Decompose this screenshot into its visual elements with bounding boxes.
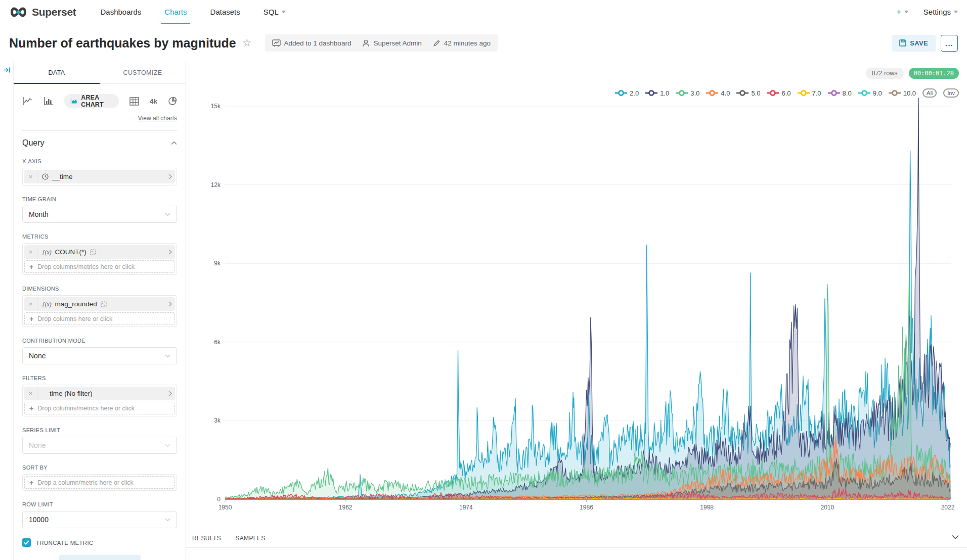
legend-item-7.0[interactable]: 7.0 [798, 89, 821, 97]
nav-datasets[interactable]: Datasets [210, 0, 240, 24]
clock-icon [42, 173, 49, 180]
truncate-metric-label: TRUNCATE METRIC [36, 540, 94, 546]
legend-marker-icon [676, 90, 688, 96]
legend-item-6.0[interactable]: 6.0 [767, 89, 790, 97]
superset-logo[interactable]: Superset [9, 5, 76, 19]
chevron-up-icon[interactable] [171, 141, 177, 145]
view-all-charts-link[interactable]: View all charts [138, 115, 177, 122]
tab-data[interactable]: DATA [14, 62, 100, 83]
chevron-right-icon [167, 391, 175, 396]
update-chart-button[interactable]: UPDATE CHART [59, 555, 141, 560]
contribution-mode-label: CONTRIBUTION MODE [22, 338, 177, 344]
row-limit-select[interactable]: 10000 [22, 511, 177, 528]
chart-container: 872 rows 00:00:01.28 2.0 1.0 3.0 4.0 5.0… [186, 62, 967, 560]
plus-icon: + [29, 263, 33, 271]
top-navbar: Superset Dashboards Charts Datasets SQL … [0, 0, 967, 24]
dashboard-icon [272, 39, 281, 47]
save-button[interactable]: SAVE [892, 35, 936, 52]
legend-marker-icon [858, 90, 870, 96]
chevron-down-icon [165, 444, 170, 447]
time-grain-label: TIME GRAIN [22, 196, 177, 202]
svg-text:3k: 3k [214, 417, 221, 424]
legend-item-5.0[interactable]: 5.0 [736, 89, 760, 97]
owner-meta[interactable]: Superset Admin [362, 39, 421, 47]
svg-text:2022: 2022 [941, 504, 955, 511]
remove-icon[interactable]: × [24, 245, 37, 259]
bar-chart-icon[interactable] [43, 97, 54, 106]
dimensions-dropzone[interactable]: +Drop columns here or click [24, 312, 175, 325]
chevron-down-icon [904, 11, 908, 13]
legend-item-3.0[interactable]: 3.0 [676, 89, 699, 97]
pie-chart-icon[interactable] [168, 97, 177, 106]
legend-item-2.0[interactable]: 2.0 [615, 89, 639, 97]
remove-icon[interactable]: × [24, 170, 37, 183]
sort-by-dropzone[interactable]: +Drop a column/metric here or click [24, 476, 175, 489]
more-options-button[interactable]: ... [941, 35, 958, 52]
svg-text:6k: 6k [214, 339, 221, 346]
area-chart-selected[interactable]: AREA CHART [64, 94, 119, 108]
plus-icon: + [29, 315, 33, 323]
svg-text:1986: 1986 [580, 504, 593, 511]
tab-results[interactable]: RESULTS [192, 535, 221, 542]
collapse-results-icon[interactable] [952, 532, 959, 541]
user-icon [362, 39, 370, 47]
plus-icon: + [29, 404, 33, 412]
nav-charts[interactable]: Charts [164, 0, 187, 24]
function-icon: ƒ(x) [42, 301, 52, 307]
chart-header: Number of earthquakes by magnitude ☆ Add… [0, 24, 967, 62]
series-limit-select[interactable]: None [22, 437, 177, 454]
legend-item-10.0[interactable]: 10.0 [889, 89, 916, 97]
last-modified-meta[interactable]: 42 minutes ago [433, 39, 491, 47]
new-item-button[interactable]: + [896, 7, 908, 18]
table-chart-icon[interactable] [129, 97, 139, 106]
legend-item-8.0[interactable]: 8.0 [828, 89, 852, 97]
svg-text:9k: 9k [214, 260, 221, 267]
chevron-down-icon [165, 518, 170, 522]
big-number-chart-icon[interactable]: 4k [150, 98, 157, 105]
plus-icon: + [29, 479, 33, 487]
panel-collapse-strip [0, 62, 14, 560]
tab-samples[interactable]: SAMPLES [235, 535, 266, 542]
chart-type-selector: AREA CHART 4k [22, 94, 177, 108]
checkbox-checked-icon[interactable] [22, 538, 31, 547]
svg-text:0: 0 [217, 496, 221, 503]
legend-select-all[interactable]: All [922, 88, 937, 98]
filters-dropzone[interactable]: +Drop columns/metrics here or click [24, 402, 175, 414]
page-title: Number of earthquakes by magnitude [9, 36, 236, 51]
legend-item-1.0[interactable]: 1.0 [645, 89, 669, 97]
metrics-control: × ƒ(x)COUNT(*) +Drop columns/metrics her… [22, 243, 177, 275]
query-timer-badge: 00:00:01.28 [909, 68, 959, 79]
nav-dashboards[interactable]: Dashboards [100, 0, 141, 24]
line-chart-icon[interactable] [22, 97, 33, 106]
divider [186, 547, 967, 548]
contribution-mode-select[interactable]: None [22, 347, 177, 364]
dimension-pill[interactable]: × ƒ(x)mag_rounded [24, 297, 175, 311]
sort-by-control: +Drop a column/metric here or click [22, 474, 177, 491]
filters-label: FILTERS [22, 375, 177, 381]
nav-sql[interactable]: SQL [263, 0, 286, 24]
chevron-right-icon [167, 174, 175, 179]
chart-legend: 2.0 1.0 3.0 4.0 5.0 6.0 7.0 8.0 9.0 10 [615, 88, 959, 98]
legend-invert-selection[interactable]: Inv [943, 88, 959, 98]
favorite-star-icon[interactable]: ☆ [242, 37, 252, 49]
remove-icon[interactable]: × [24, 297, 37, 311]
tab-customize[interactable]: CUSTOMIZE [100, 62, 186, 83]
time-grain-select[interactable]: Month [22, 206, 177, 223]
legend-item-4.0[interactable]: 4.0 [706, 89, 730, 97]
legend-item-9.0[interactable]: 9.0 [858, 89, 882, 97]
xaxis-pill[interactable]: × __time [24, 170, 175, 183]
metrics-dropzone[interactable]: +Drop columns/metrics here or click [24, 260, 175, 273]
area-chart-canvas[interactable]: 03k6k9k12k15k195019621974198619982010202… [186, 62, 967, 529]
truncate-metric-checkbox-row[interactable]: TRUNCATE METRIC [22, 538, 177, 547]
collapse-panel-icon[interactable] [3, 66, 11, 76]
row-count-badge: 872 rows [866, 68, 904, 79]
settings-menu[interactable]: Settings [924, 8, 958, 16]
metadata-bar: Added to 1 dashboard Superset Admin 42 m… [265, 34, 498, 52]
superset-infinity-icon [9, 5, 28, 19]
dimensions-control: × ƒ(x)mag_rounded +Drop columns here or … [22, 295, 177, 327]
area-chart-icon [70, 97, 77, 105]
filter-pill[interactable]: × __time (No filter) [24, 387, 175, 400]
remove-icon[interactable]: × [24, 387, 37, 400]
dashboards-added-meta[interactable]: Added to 1 dashboard [272, 39, 351, 47]
metric-pill[interactable]: × ƒ(x)COUNT(*) [24, 245, 175, 259]
